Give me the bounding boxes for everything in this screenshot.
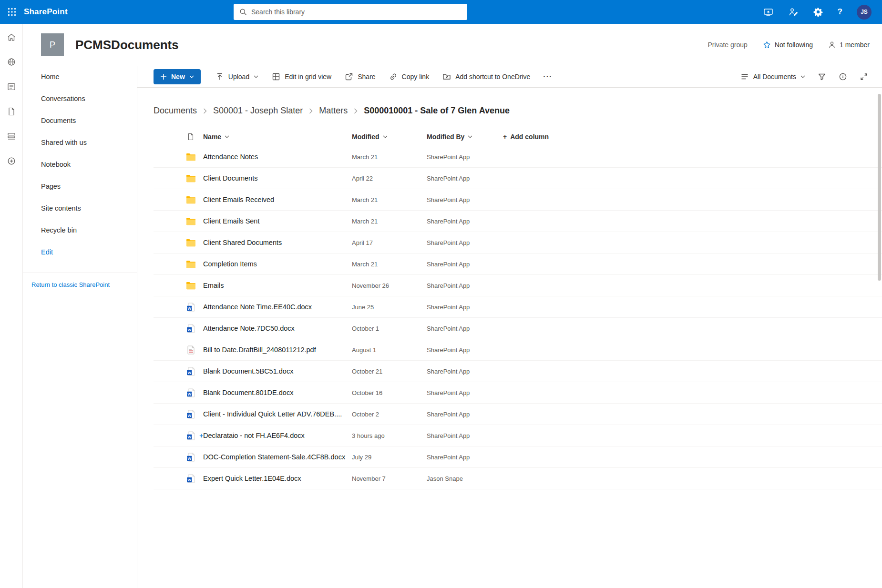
- expand-icon: [860, 72, 868, 81]
- view-selector-label: All Documents: [753, 73, 796, 81]
- svg-text:W: W: [187, 435, 191, 439]
- table-row[interactable]: Completion Items March 21 SharePoint App: [154, 253, 882, 275]
- content-row: Home Conversations Documents Shared with…: [23, 66, 882, 588]
- file-name[interactable]: Client Emails Sent: [203, 217, 259, 225]
- file-name[interactable]: Completion Items: [203, 260, 257, 268]
- table-row[interactable]: Client Documents April 22 SharePoint App: [154, 168, 882, 189]
- fullscreen-button[interactable]: [854, 68, 873, 85]
- sidebar-item-documents[interactable]: Documents: [23, 110, 137, 132]
- column-header-name[interactable]: Name: [199, 133, 352, 141]
- create-plus-icon[interactable]: [7, 156, 16, 166]
- settings-gear-icon[interactable]: [813, 7, 823, 17]
- vertical-scrollbar[interactable]: [878, 94, 881, 281]
- table-row[interactable]: Bill to Date.DraftBill_2408011212.pdf Au…: [154, 339, 882, 361]
- breadcrumb-item[interactable]: Documents: [154, 106, 197, 116]
- table-row[interactable]: W Attendance Note.7DC50.docx October 1 S…: [154, 318, 882, 339]
- more-commands-button[interactable]: ···: [538, 72, 557, 81]
- upload-label: Upload: [228, 73, 249, 81]
- classic-sharepoint-link[interactable]: Return to classic SharePoint: [23, 273, 137, 288]
- search-input[interactable]: [251, 8, 462, 16]
- sidebar-item-site-contents[interactable]: Site contents: [23, 197, 137, 219]
- table-row[interactable]: Client Shared Documents April 17 SharePo…: [154, 232, 882, 253]
- table-row[interactable]: W Declarataio - not FH.AE6F4.docx 3 hour…: [154, 425, 882, 446]
- sidebar-nav-list: Home Conversations Documents Shared with…: [23, 66, 137, 241]
- home-icon[interactable]: [7, 32, 16, 42]
- file-name[interactable]: Attendance Note.7DC50.docx: [203, 324, 295, 332]
- add-shortcut-onedrive-button[interactable]: Add shortcut to OneDrive: [437, 68, 535, 85]
- column-header-modified-by[interactable]: Modified By: [427, 133, 503, 141]
- file-name[interactable]: Client - Individual Quick Letter ADV.76D…: [203, 410, 342, 418]
- file-name[interactable]: Bill to Date.DraftBill_2408011212.pdf: [203, 346, 316, 354]
- edit-grid-view-button[interactable]: Edit in grid view: [267, 68, 337, 85]
- file-name[interactable]: Declarataio - not FH.AE6F4.docx: [203, 432, 305, 439]
- file-type-column-icon[interactable]: [187, 133, 195, 141]
- file-name[interactable]: Client Shared Documents: [203, 239, 282, 246]
- new-item-indicator: [199, 434, 204, 438]
- upload-button[interactable]: Upload: [210, 68, 264, 85]
- view-selector[interactable]: All Documents: [735, 68, 810, 85]
- document-icon[interactable]: [7, 107, 16, 116]
- news-icon[interactable]: [7, 82, 16, 91]
- file-name[interactable]: Emails: [203, 282, 224, 289]
- new-button[interactable]: New: [154, 69, 201, 84]
- follow-button[interactable]: Not following: [763, 41, 813, 49]
- folder-icon: [186, 217, 196, 225]
- sidebar-edit-link[interactable]: Edit: [23, 241, 137, 263]
- members-button[interactable]: 1 member: [828, 41, 870, 49]
- modified-date: April 17: [352, 239, 427, 246]
- add-column-button[interactable]: + Add column: [503, 133, 882, 141]
- file-name[interactable]: Blank Document.801DE.docx: [203, 389, 293, 396]
- modified-date: October 21: [352, 368, 427, 375]
- right-column: P PCMSDocuments Private group Not follow…: [23, 24, 882, 588]
- info-button[interactable]: [833, 68, 852, 85]
- modified-date: April 22: [352, 175, 427, 182]
- sidebar-item-home[interactable]: Home: [23, 66, 137, 88]
- column-header-modified[interactable]: Modified: [352, 133, 427, 141]
- file-name[interactable]: Client Documents: [203, 174, 257, 182]
- app-launcher-icon[interactable]: [0, 0, 24, 24]
- site-header-actions: Private group Not following 1 member: [708, 41, 870, 49]
- sidebar-item-conversations[interactable]: Conversations: [23, 88, 137, 110]
- breadcrumb-item[interactable]: S00001 - Joseph Slater: [213, 106, 303, 116]
- table-row[interactable]: Emails November 26 SharePoint App: [154, 275, 882, 296]
- globe-icon[interactable]: [7, 57, 16, 67]
- edit-grid-label: Edit in grid view: [285, 73, 331, 81]
- copy-link-button[interactable]: Copy link: [384, 68, 435, 85]
- folder-icon: [186, 282, 196, 290]
- help-icon[interactable]: ?: [838, 7, 842, 17]
- screen-share-icon[interactable]: [763, 7, 774, 17]
- svg-text:W: W: [187, 327, 191, 332]
- table-row[interactable]: W DOC-Completion Statement-Sale.4CF8B.do…: [154, 446, 882, 468]
- upload-icon: [215, 72, 224, 81]
- table-row[interactable]: Attendance Notes March 21 SharePoint App: [154, 146, 882, 168]
- sidebar-item-recycle-bin[interactable]: Recycle bin: [23, 219, 137, 241]
- table-row[interactable]: W Blank Document.5BC51.docx October 21 S…: [154, 361, 882, 382]
- sidebar-item-shared-with-us[interactable]: Shared with us: [23, 132, 137, 153]
- file-name[interactable]: Client Emails Received: [203, 196, 274, 203]
- account-avatar[interactable]: JS: [857, 5, 872, 20]
- lists-icon[interactable]: [7, 132, 16, 141]
- table-row[interactable]: W Attendance Note Time.EE40C.docx June 2…: [154, 296, 882, 318]
- table-row[interactable]: Client Emails Received March 21 SharePoi…: [154, 189, 882, 211]
- modified-date: November 7: [352, 475, 427, 482]
- chevron-right-icon: [354, 108, 358, 114]
- table-row[interactable]: W Client - Individual Quick Letter ADV.7…: [154, 404, 882, 425]
- file-name[interactable]: Attendance Note Time.EE40C.docx: [203, 303, 312, 311]
- table-row[interactable]: W Expert Quick Letter.1E04E.docx Novembe…: [154, 468, 882, 489]
- table-row[interactable]: W Blank Document.801DE.docx October 16 S…: [154, 382, 882, 404]
- sidebar-item-pages[interactable]: Pages: [23, 175, 137, 197]
- brand-title[interactable]: SharePoint: [24, 7, 68, 17]
- file-name[interactable]: Blank Document.5BC51.docx: [203, 367, 293, 375]
- breadcrumb-item[interactable]: Matters: [319, 106, 348, 116]
- site-logo[interactable]: P: [41, 33, 64, 56]
- share-button[interactable]: Share: [339, 68, 380, 85]
- feedback-icon[interactable]: [788, 7, 799, 17]
- file-name[interactable]: Expert Quick Letter.1E04E.docx: [203, 475, 301, 482]
- file-name[interactable]: Attendance Notes: [203, 153, 258, 161]
- filter-button[interactable]: [812, 68, 831, 85]
- sidebar-item-notebook[interactable]: Notebook: [23, 153, 137, 175]
- table-row[interactable]: Client Emails Sent March 21 SharePoint A…: [154, 211, 882, 232]
- file-name[interactable]: DOC-Completion Statement-Sale.4CF8B.docx: [203, 453, 345, 461]
- search-box[interactable]: [234, 4, 467, 20]
- view-list-icon: [740, 72, 749, 81]
